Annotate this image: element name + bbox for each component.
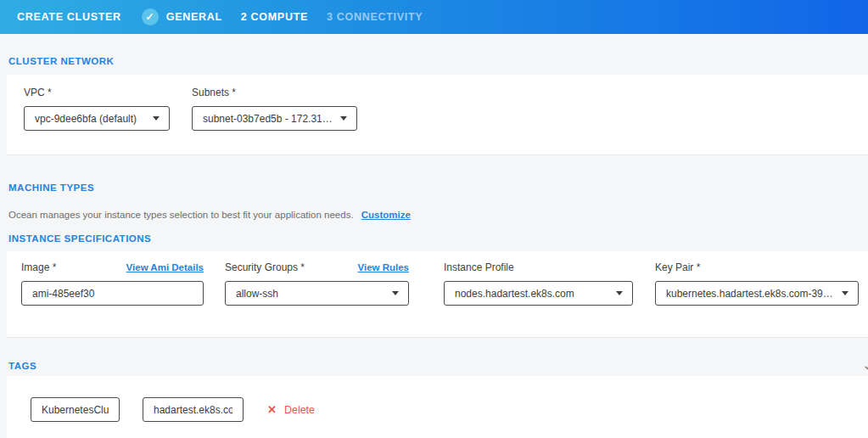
subnets-label: Subnets *: [192, 87, 236, 98]
wizard-title: CREATE CLUSTER: [17, 11, 121, 23]
image-input[interactable]: [21, 281, 204, 306]
wizard-steps: ✓ GENERAL 2 COMPUTE 3 CONNECTIVITY: [142, 8, 423, 25]
vpc-field: VPC * vpc-9dee6bfa (default): [24, 87, 170, 131]
step-general-label: GENERAL: [166, 11, 222, 23]
customize-link[interactable]: Customize: [361, 210, 411, 220]
step-compute[interactable]: 2 COMPUTE: [241, 11, 308, 23]
vpc-label: VPC *: [24, 87, 52, 98]
key-pair-select[interactable]: kubernetes.hadartest.ek8s.com-39:84:a5:9…: [655, 281, 859, 306]
step-connectivity-label: 3 CONNECTIVITY: [327, 11, 423, 23]
machine-types-section-title: MACHINE TYPES: [8, 182, 94, 193]
security-groups-label: Security Groups *: [225, 261, 305, 273]
vpc-selected-value: vpc-9dee6bfa (default): [35, 113, 137, 125]
tag-row: ✕ Delete: [31, 397, 315, 422]
view-ami-details-link[interactable]: View Ami Details: [126, 262, 204, 272]
image-field: Image * View Ami Details: [21, 261, 204, 306]
wizard-header: CREATE CLUSTER ✓ GENERAL 2 COMPUTE 3 CON…: [0, 0, 868, 34]
instance-specifications-section-title: INSTANCE SPECIFICATIONS: [8, 233, 151, 244]
key-pair-selected-value: kubernetes.hadartest.ek8s.com-39:84:a5:9…: [666, 288, 835, 300]
machine-types-description: Ocean manages your instance types select…: [8, 210, 411, 220]
delete-tag-label: Delete: [284, 404, 315, 416]
collapse-chevron-icon[interactable]: ⌄: [863, 359, 868, 372]
view-rules-link[interactable]: View Rules: [357, 262, 409, 272]
instance-profile-label: Instance Profile: [444, 261, 514, 273]
key-pair-field: Key Pair * kubernetes.hadartest.ek8s.com…: [655, 261, 859, 306]
subnets-field: Subnets * subnet-03b7ed5b - 172.31.0.0/2…: [192, 87, 357, 131]
subnets-select[interactable]: subnet-03b7ed5b - 172.31.0.0/20 ...: [192, 106, 357, 131]
caret-down-icon: [616, 291, 623, 295]
tag-value-input[interactable]: [143, 397, 244, 422]
delete-tag-button[interactable]: ✕ Delete: [267, 403, 315, 416]
caret-down-icon: [842, 291, 848, 295]
instance-profile-select[interactable]: nodes.hadartest.ek8s.com: [444, 281, 633, 306]
security-groups-select[interactable]: allow-ssh: [225, 281, 409, 306]
tags-section-title: TAGS: [8, 361, 36, 371]
subnets-selected-value: subnet-03b7ed5b - 172.31.0.0/20 ...: [203, 113, 333, 125]
step-completed-check-icon: ✓: [142, 8, 159, 25]
image-label: Image *: [21, 261, 56, 273]
instance-specifications-panel: Image * View Ami Details Security Groups…: [7, 251, 868, 338]
tags-panel: ✕ Delete: [7, 376, 868, 438]
machine-types-description-text: Ocean manages your instance types select…: [8, 210, 354, 220]
caret-down-icon: [340, 116, 347, 121]
step-general[interactable]: ✓ GENERAL: [142, 8, 222, 25]
vpc-select[interactable]: vpc-9dee6bfa (default): [24, 106, 170, 131]
cluster-network-panel: VPC * vpc-9dee6bfa (default) Subnets * s…: [7, 75, 868, 155]
instance-profile-field: Instance Profile nodes.hadartest.ek8s.co…: [444, 261, 633, 306]
security-groups-field: Security Groups * View Rules allow-ssh: [225, 261, 409, 306]
delete-x-icon: ✕: [267, 403, 277, 416]
caret-down-icon: [153, 116, 160, 121]
caret-down-icon: [392, 291, 399, 295]
security-groups-selected-value: allow-ssh: [236, 288, 278, 300]
key-pair-label: Key Pair *: [655, 261, 700, 273]
instance-profile-selected-value: nodes.hadartest.ek8s.com: [455, 288, 574, 300]
tag-key-input[interactable]: [31, 397, 120, 422]
step-connectivity[interactable]: 3 CONNECTIVITY: [327, 11, 423, 23]
cluster-network-section-title: CLUSTER NETWORK: [8, 56, 114, 66]
step-compute-label: 2 COMPUTE: [241, 11, 308, 23]
